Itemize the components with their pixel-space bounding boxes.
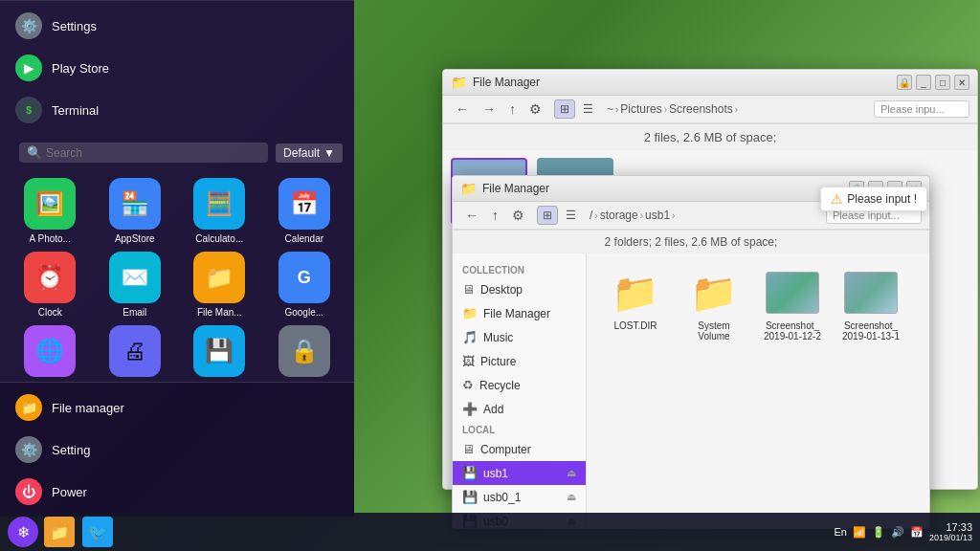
fm-front-list-view[interactable]: ☰ [560, 206, 582, 225]
app-item-calendar[interactable]: 📅 Calendar [266, 178, 344, 244]
sidebar-item-playstore[interactable]: ▶ Play Store [0, 47, 354, 89]
pinned-setting[interactable]: ⚙️ Setting [0, 429, 354, 471]
calculator-label: Calculato... [195, 233, 243, 244]
google-label: Google... [284, 307, 323, 318]
taskbar-time: 17:33 [929, 521, 972, 533]
taskbar-left: ❄ 📁 🐦 [8, 517, 115, 547]
power-pin-icon: ⏻ [15, 478, 42, 505]
taskbar-right: En 📶 🔋 🔊 📅 17:33 2019/01/13 [834, 521, 972, 542]
calendar-icon: 📅 [910, 526, 924, 539]
usb1-icon: 💾 [462, 466, 478, 480]
lostdir-label: LOST.DIR [613, 320, 657, 331]
sidebar-item-terminal[interactable]: $ Terminal [0, 89, 354, 131]
sidebar-music-label: Music [483, 331, 513, 344]
sidebar-desktop[interactable]: 🖥 Desktop [453, 277, 586, 301]
terminal-icon: $ [15, 97, 42, 123]
fm-file-grid: 📁 LOST.DIR 📁 SystemVolume Screensh [594, 261, 922, 349]
aphoto-label: A Photo... [30, 233, 71, 244]
fm-back-nav-settings[interactable]: ⚙ [524, 99, 546, 119]
fm-back-breadcrumb: ~ › Pictures › Screenshots › [607, 102, 870, 116]
sidebar-picture[interactable]: 🖼 Picture [453, 349, 586, 373]
fm-back-nav-up[interactable]: ↑ [504, 99, 521, 119]
fm-back-title-text: File Manager [473, 76, 891, 89]
power-pin-label: Power [52, 485, 87, 499]
fm-front-grid-view[interactable]: ⊞ [537, 206, 558, 225]
sidebar-music[interactable]: 🎵 Music [453, 325, 586, 349]
sidebar-usb1-label: usb1 [483, 467, 508, 480]
file-item-screenshot2[interactable]: Screenshot_2019-01-13-1 [837, 269, 904, 342]
breadcrumb-home: ~ [607, 102, 613, 116]
app-item-otapriv[interactable]: 🔒 OtoPriv... [266, 325, 344, 382]
pinned-power[interactable]: ⏻ Power [0, 471, 354, 513]
clock-icon: ⏰ [24, 252, 76, 303]
error-text: Please input ! [847, 192, 917, 206]
filter-dropdown[interactable]: Default ▼ [276, 143, 343, 163]
taskbar-bird-icon[interactable]: 🐦 [82, 517, 113, 547]
fileman-label: File Man... [197, 307, 242, 318]
fm-back-minimize-btn[interactable]: _ [916, 75, 931, 90]
fm-back-grid-view[interactable]: ⊞ [554, 99, 575, 119]
filemanager-pin-icon: 📁 [15, 394, 42, 421]
app-item-clock[interactable]: ⏰ Clock [11, 252, 89, 318]
fm-back-status: 2 files, 2.6 MB of space; [443, 123, 977, 150]
sidebar-terminal-label: Terminal [52, 103, 99, 118]
sidebar-computer-label: Computer [480, 443, 531, 456]
battery-icon: 🔋 [872, 526, 885, 539]
screenshot2-label: Screenshot_2019-01-13-1 [842, 320, 900, 342]
fm-front-nav-settings[interactable]: ⚙ [507, 206, 529, 225]
sidebar-filemanager[interactable]: 📁 File Manager [453, 301, 586, 325]
taskbar-folder-icon[interactable]: 📁 [44, 517, 75, 547]
drawer-search-container[interactable]: 🔍 [19, 143, 268, 163]
sidebar-add-label: Add [483, 403, 503, 416]
fm-front-content: 📁 LOST.DIR 📁 SystemVolume Screensh [587, 253, 929, 528]
sidebar-add[interactable]: ➕ Add [453, 397, 586, 421]
sidebar-recycle[interactable]: ♻ Recycle [453, 373, 586, 397]
sidebar-usb01[interactable]: 💾 usb0_1 ⏏ [453, 485, 586, 509]
filemanager-pin-label: File manager [52, 401, 124, 415]
systemvolume-label: SystemVolume [698, 320, 729, 342]
fm-back-maximize-btn[interactable]: □ [935, 75, 950, 90]
sidebar-picture-label: Picture [480, 355, 516, 368]
file-item-lostdir[interactable]: 📁 LOST.DIR [602, 269, 669, 342]
sidebar-usb1[interactable]: 💾 usb1 ⏏ [453, 461, 586, 485]
fm-back-lock-btn[interactable]: 🔒 [897, 75, 912, 90]
app-drawer: ⚙️ Settings ▶ Play Store $ Terminal 🔍 De… [0, 0, 354, 517]
search-input[interactable] [46, 146, 260, 160]
app-item-internet[interactable]: 🌐 Internet... [11, 325, 89, 382]
fm-back-close-btn[interactable]: ✕ [954, 75, 969, 90]
app-item-fileman[interactable]: 📁 File Man... [181, 252, 258, 318]
file-item-screenshot1[interactable]: Screenshot_2019-01-12-2 [759, 269, 826, 342]
sidebar-item-settings[interactable]: ⚙️ Settings [0, 5, 354, 47]
breadcrumb-screenshots: Screenshots [669, 102, 733, 116]
fm-back-titlebar[interactable]: 📁 File Manager 🔒 _ □ ✕ [443, 70, 977, 96]
app-item-email[interactable]: ✉️ Email [97, 252, 174, 318]
app-item-aphoto[interactable]: 🖼️ A Photo... [11, 178, 89, 244]
sidebar-recycle-label: Recycle [479, 379, 521, 392]
volume-icon[interactable]: 🔊 [891, 526, 904, 539]
breadcrumb-root: / [590, 209, 592, 222]
fm-front-nav-back[interactable]: ← [460, 206, 483, 225]
calendar-icon: 📅 [278, 178, 330, 230]
fm-back-nav-forward[interactable]: → [478, 99, 501, 119]
computer-icon: 🖥 [462, 442, 475, 456]
app-item-calculator[interactable]: 🧮 Calculato... [181, 178, 258, 244]
app-item-appstore[interactable]: 🏪 AppStore [97, 178, 174, 244]
sidebar-computer[interactable]: 🖥 Computer [453, 437, 586, 461]
fm-back-title-icon: 📁 [451, 75, 467, 90]
breadcrumb-pictures: Pictures [620, 102, 661, 116]
taskbar-home-icon[interactable]: ❄ [8, 517, 38, 547]
aphoto-icon: 🖼️ [24, 178, 76, 230]
app-item-otaup[interactable]: 💾 OTA Up... [181, 325, 258, 382]
playstore-icon: ▶ [15, 55, 42, 81]
file-item-systemvolume[interactable]: 📁 SystemVolume [680, 269, 747, 342]
pinned-filemanager[interactable]: 📁 File manager [0, 386, 354, 429]
fm-front-nav-forward[interactable]: ↑ [487, 206, 503, 225]
fm-back-search[interactable]: Please inpu... [874, 100, 969, 118]
app-item-mopria[interactable]: 🖨 Mopria... [97, 325, 174, 382]
taskbar-lang[interactable]: En [834, 526, 846, 538]
fm-back-nav-back[interactable]: ← [451, 99, 474, 119]
fm-back-list-view[interactable]: ☰ [577, 99, 599, 119]
app-item-google[interactable]: G Google... [266, 252, 344, 318]
appstore-label: AppStore [115, 233, 155, 244]
warning-icon: ⚠ [831, 191, 843, 207]
